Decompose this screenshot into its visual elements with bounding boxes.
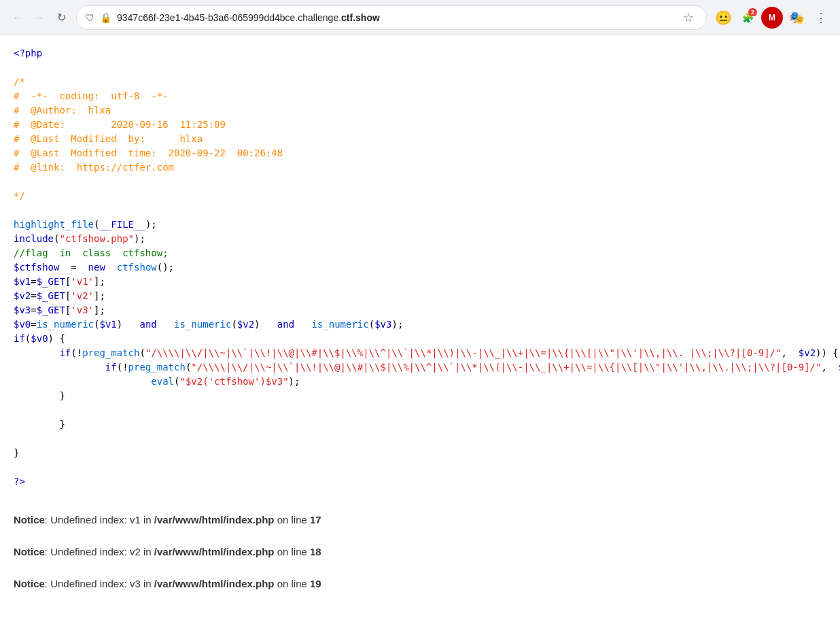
notice-mid-2: on line [274,546,310,557]
line-comment-flag: //flag in class ctfshow; [14,246,826,260]
browser-chrome: ← → ↻ 🛡 🔒 9347c66f-23e1-4b45-b3a6-065999… [0,0,840,35]
notice-line-2: 18 [310,546,321,557]
line-v0: $v0=is_numeric($v1) and is_numeric($v2) … [14,317,826,332]
empty-line3 [14,203,826,218]
address-bar[interactable]: 🛡 🔒 9347c66f-23e1-4b45-b3a6-065999dd4bce… [76,5,707,30]
notice-path-2: /var/www/html/index.php [154,546,275,557]
empty-line1 [14,61,826,75]
line-eval: eval("$v2('ctfshow')$v3"); [14,375,826,389]
comment-modified-by: # @Last Modified by: hlxa [14,132,826,146]
notice-text-1: : Undefined index: v1 in [45,514,154,525]
notice-label-1: Notice [14,514,45,525]
comment-date: # @Date: 2020-09-16 11:25:09 [14,118,826,132]
php-close-tag: ?> [14,474,826,489]
extension-badge: 2 [748,8,757,16]
menu-button[interactable]: ⋮ [810,7,832,29]
line-highlight: highlight_file(__FILE__); [14,218,826,232]
comment-close: */ [14,189,826,203]
notice-path-3: /var/www/html/index.php [154,578,275,589]
toolbar-right: 😐 🧩 2 M 🎭 ⋮ [712,7,832,29]
address-plain: 9347c66f-23e1-4b45-b3a6-065999dd4bce.cha… [117,12,341,23]
notice-text-3: : Undefined index: v3 in [45,578,154,589]
line-include: include("ctfshow.php"); [14,232,826,246]
line-v2: $v2=$_GET['v2']; [14,289,826,303]
line-close-inner2: } [14,389,826,403]
forward-button[interactable]: → [30,8,49,27]
ext1-icon: M [769,13,775,22]
notice-mid-1: on line [274,514,310,525]
notice-text-2: : Undefined index: v2 in [45,546,154,557]
nav-buttons: ← → ↻ [8,8,71,27]
comment-modified-time: # @Last Modified time: 2020-09-22 00:26:… [14,146,826,160]
line-close-inner1: } [14,417,826,432]
extensions-button[interactable]: 🧩 2 [737,7,758,29]
line-v1: $v1=$_GET['v1']; [14,275,826,289]
notice-path-1: /var/www/html/index.php [154,514,275,525]
comment-open: /* [14,75,826,89]
notice-mid-3: on line [274,578,310,589]
shield-icon: 🛡 [85,12,94,23]
line-v3: $v3=$_GET['v3']; [14,303,826,317]
notice-label-3: Notice [14,578,45,589]
empty-line2 [14,175,826,189]
lock-icon: 🔒 [100,12,111,23]
page-content: <?php /* # -*- coding: utf-8 -*- # @Auth… [0,35,840,500]
reload-button[interactable]: ↻ [52,8,71,27]
php-open-tag: <?php [14,46,826,61]
comment-coding: # -*- coding: utf-8 -*- [14,89,826,103]
address-domain: ctf.show [341,12,380,23]
bookmark-button[interactable]: ☆ [679,8,698,27]
ext2-icon: 🎭 [789,10,804,25]
notice-label-2: Notice [14,546,45,557]
empty-line4 [14,403,826,417]
empty-line6 [14,460,826,474]
ext2-button[interactable]: 🎭 [786,7,807,29]
line-new: $ctfshow = new ctfshow(); [14,260,826,275]
ext1-button[interactable]: M [761,7,783,29]
notice-row-1: Notice: Undefined index: v1 in /var/www/… [14,511,826,529]
comment-link: # @link: https://ctfer.com [14,160,826,175]
notice-line-3: 19 [310,578,321,589]
back-button[interactable]: ← [8,8,27,27]
notice-section: Notice: Undefined index: v1 in /var/www/… [0,500,840,617]
comment-author: # @Author: hlxa [14,103,826,118]
line-close-outer: } [14,446,826,460]
address-text: 9347c66f-23e1-4b45-b3a6-065999dd4bce.cha… [117,12,673,23]
notice-row-2: Notice: Undefined index: v2 in /var/www/… [14,542,826,561]
notice-line-1: 17 [310,514,321,525]
line-if-preg1: if(!preg_match("/\\\\|\\/|\\~|\\`|\\!|\\… [14,346,826,360]
line-if-preg2: if(!preg_match("/\\\\|\\/|\\~|\\`|\\!|\\… [14,360,826,375]
empty-line5 [14,432,826,446]
line-if-v0: if($v0) { [14,332,826,346]
notice-row-3: Notice: Undefined index: v3 in /var/www/… [14,574,826,593]
profile-button[interactable]: 😐 [712,7,734,29]
